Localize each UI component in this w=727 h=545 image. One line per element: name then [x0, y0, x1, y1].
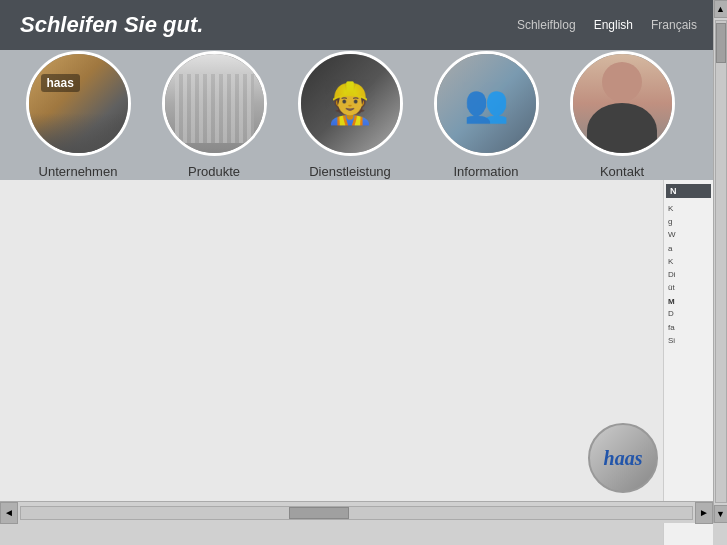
right-panel-text-di: Di	[666, 268, 711, 281]
scroll-track-horizontal[interactable]	[20, 506, 693, 520]
scroll-track-vertical[interactable]	[715, 20, 727, 503]
nav-item-produkte[interactable]: Produkte	[149, 51, 279, 179]
nav-circle-dienstleistung	[298, 51, 403, 156]
right-panel-text-fa: fa	[666, 321, 711, 334]
scroll-down-button[interactable]: ▼	[714, 505, 728, 523]
logo-text: haas	[604, 447, 643, 470]
people-image	[301, 54, 400, 153]
scroll-thumb-horizontal[interactable]	[289, 507, 349, 519]
horizontal-scrollbar[interactable]: ◄ ►	[0, 501, 713, 523]
nav-english[interactable]: English	[594, 18, 633, 32]
right-panel-title: N	[666, 184, 711, 198]
nav-label-dienstleistung: Dienstleistung	[309, 164, 391, 179]
building-image	[29, 54, 128, 153]
main-content: N K g W a K Di üt M D fa Si haas	[0, 180, 713, 523]
right-panel-text-k: K	[666, 202, 711, 215]
nav-item-kontakt[interactable]: Kontakt	[557, 51, 687, 179]
content-wrapper: Schleifen Sie gut. Schleifblog English F…	[0, 0, 713, 523]
nav-item-information[interactable]: Information	[421, 51, 551, 179]
right-panel-text-w: W	[666, 228, 711, 241]
right-panel-text-a: a	[666, 242, 711, 255]
logo-circle: haas	[588, 423, 658, 493]
nav-item-dienstleistung[interactable]: Dienstleistung	[285, 51, 415, 179]
nav-section: Unternehmen Produkte Dienstleistung	[0, 50, 713, 180]
scroll-thumb-vertical[interactable]	[716, 23, 726, 63]
nav-circle-information	[434, 51, 539, 156]
right-panel-text-k2: K	[666, 255, 711, 268]
right-panel-bold-m: M	[666, 294, 711, 307]
right-panel-text-d: D	[666, 307, 711, 320]
person-image	[573, 54, 672, 153]
header-navigation: Schleifblog English Français	[517, 18, 697, 32]
site-title: Schleifen Sie gut.	[20, 12, 203, 38]
header: Schleifen Sie gut. Schleifblog English F…	[0, 0, 713, 50]
vertical-scrollbar[interactable]: ▲ ▼	[713, 0, 727, 523]
nav-label-produkte: Produkte	[188, 164, 240, 179]
nav-schleifblog[interactable]: Schleifblog	[517, 18, 576, 32]
group-image	[437, 54, 536, 153]
nav-label-unternehmen: Unternehmen	[39, 164, 118, 179]
scroll-left-button[interactable]: ◄	[0, 502, 18, 524]
right-panel-text-g: g	[666, 215, 711, 228]
nav-items-container: Unternehmen Produkte Dienstleistung	[10, 51, 690, 179]
nav-item-unternehmen[interactable]: Unternehmen	[13, 51, 143, 179]
scroll-up-button[interactable]: ▲	[714, 0, 728, 18]
nav-label-kontakt: Kontakt	[600, 164, 644, 179]
page-wrapper: ▲ ▼ Schleifen Sie gut. Schleifblog Engli…	[0, 0, 727, 545]
logo-area: haas	[588, 423, 658, 493]
machine-image	[165, 54, 264, 153]
scroll-right-button[interactable]: ►	[695, 502, 713, 524]
nav-circle-unternehmen	[26, 51, 131, 156]
right-panel-text-si: Si	[666, 334, 711, 347]
nav-circle-produkte	[162, 51, 267, 156]
right-panel-text-ut: üt	[666, 281, 711, 294]
nav-label-information: Information	[453, 164, 518, 179]
right-panel: N K g W a K Di üt M D fa Si	[663, 180, 713, 545]
nav-circle-kontakt	[570, 51, 675, 156]
nav-francais[interactable]: Français	[651, 18, 697, 32]
